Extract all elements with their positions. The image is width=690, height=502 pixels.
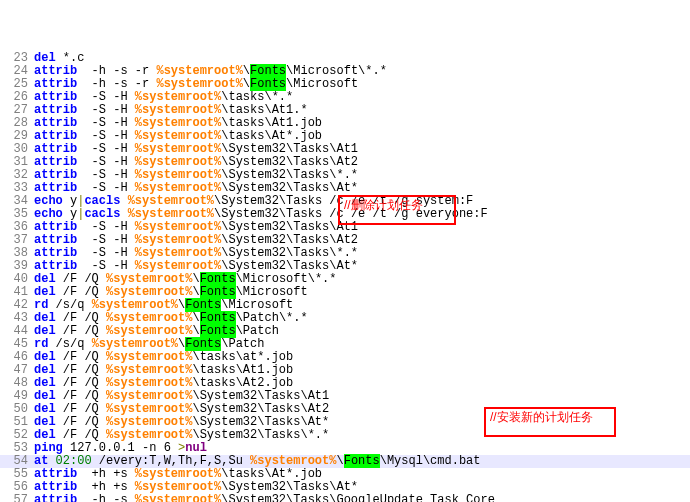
- code-viewer: 23del *.c24attrib -h -s -r %systemroot%\…: [0, 52, 690, 502]
- code-line: 57attrib -h -s %systemroot%\System32\Tas…: [0, 494, 690, 502]
- line-number: 57: [0, 494, 34, 502]
